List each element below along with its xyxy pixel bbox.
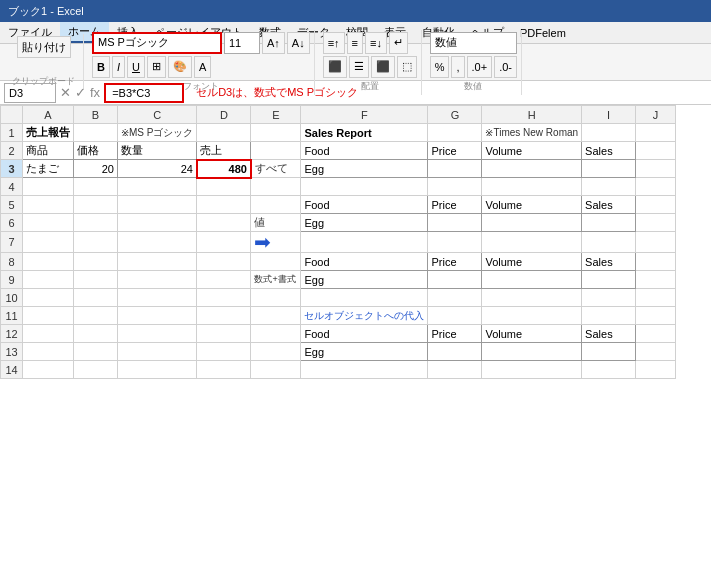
cell-h9[interactable] (482, 271, 582, 289)
cell-b11[interactable] (74, 307, 118, 325)
cell-e9[interactable]: 数式+書式 (251, 271, 301, 289)
cell-b6[interactable] (74, 214, 118, 232)
align-middle-button[interactable]: ≡ (347, 32, 363, 54)
cell-i7[interactable] (582, 232, 636, 253)
cell-d3[interactable]: 480 (197, 160, 251, 178)
cell-j8[interactable] (636, 253, 676, 271)
cell-c6[interactable] (118, 214, 197, 232)
cell-f12[interactable]: Food (301, 325, 428, 343)
cell-b8[interactable] (74, 253, 118, 271)
num-format-box[interactable]: 数値 (430, 32, 517, 54)
row-header-5[interactable]: 5 (1, 196, 23, 214)
cell-d2[interactable]: 売上 (197, 142, 251, 160)
col-header-h[interactable]: H (482, 106, 582, 124)
cell-h5[interactable]: Volume (482, 196, 582, 214)
cell-j1[interactable] (636, 124, 676, 142)
row-header-7[interactable]: 7 (1, 232, 23, 253)
merge-button[interactable]: ⬚ (397, 56, 417, 78)
cell-a8[interactable] (23, 253, 74, 271)
cell-a1[interactable]: 売上報告 (23, 124, 74, 142)
cell-j3[interactable] (636, 160, 676, 178)
row-header-10[interactable]: 10 (1, 289, 23, 307)
cell-i11[interactable] (582, 307, 636, 325)
cell-j12[interactable] (636, 325, 676, 343)
insert-function-icon[interactable]: fx (90, 85, 100, 100)
cell-i9[interactable] (582, 271, 636, 289)
cell-g11[interactable] (428, 307, 482, 325)
cell-f1[interactable]: Sales Report (301, 124, 428, 142)
decimal-increase-button[interactable]: .0+ (467, 56, 493, 78)
cell-b10[interactable] (74, 289, 118, 307)
cell-h7[interactable] (482, 232, 582, 253)
cell-f2[interactable]: Food (301, 142, 428, 160)
cell-c14[interactable] (118, 361, 197, 379)
cell-i13[interactable] (582, 343, 636, 361)
cell-d6[interactable] (197, 214, 251, 232)
cell-b12[interactable] (74, 325, 118, 343)
cell-h13[interactable] (482, 343, 582, 361)
cell-g6[interactable] (428, 214, 482, 232)
cell-d11[interactable] (197, 307, 251, 325)
col-header-d[interactable]: D (197, 106, 251, 124)
cell-b9[interactable] (74, 271, 118, 289)
underline-button[interactable]: U (127, 56, 145, 78)
cell-c3[interactable]: 24 (118, 160, 197, 178)
cell-e8[interactable] (251, 253, 301, 271)
fill-color-button[interactable]: 🎨 (168, 56, 192, 78)
font-shrink-button[interactable]: A↓ (287, 32, 310, 54)
wrap-text-button[interactable]: ↵ (389, 32, 408, 54)
cell-c12[interactable] (118, 325, 197, 343)
cell-d5[interactable] (197, 196, 251, 214)
cell-e6[interactable]: 値 (251, 214, 301, 232)
row-header-6[interactable]: 6 (1, 214, 23, 232)
cell-a12[interactable] (23, 325, 74, 343)
cell-e2[interactable] (251, 142, 301, 160)
comma-button[interactable]: , (451, 56, 464, 78)
cell-a4[interactable] (23, 178, 74, 196)
cell-g14[interactable] (428, 361, 482, 379)
cell-h12[interactable]: Volume (482, 325, 582, 343)
cell-h8[interactable]: Volume (482, 253, 582, 271)
cell-d7[interactable] (197, 232, 251, 253)
cell-g7[interactable] (428, 232, 482, 253)
cell-f4[interactable] (301, 178, 428, 196)
cell-e13[interactable] (251, 343, 301, 361)
decimal-decrease-button[interactable]: .0- (494, 56, 517, 78)
cell-d4[interactable] (197, 178, 251, 196)
col-header-a[interactable]: A (23, 106, 74, 124)
row-header-11[interactable]: 11 (1, 307, 23, 325)
col-header-e[interactable]: E (251, 106, 301, 124)
cell-c7[interactable] (118, 232, 197, 253)
cell-c4[interactable] (118, 178, 197, 196)
cell-b1[interactable] (74, 124, 118, 142)
cell-d1[interactable] (197, 124, 251, 142)
cell-i10[interactable] (582, 289, 636, 307)
cell-c2[interactable]: 数量 (118, 142, 197, 160)
cell-reference-box[interactable]: D3 (4, 83, 56, 103)
cell-a9[interactable] (23, 271, 74, 289)
cell-i8[interactable]: Sales (582, 253, 636, 271)
percent-button[interactable]: % (430, 56, 450, 78)
col-header-j[interactable]: J (636, 106, 676, 124)
cell-b14[interactable] (74, 361, 118, 379)
cell-a14[interactable] (23, 361, 74, 379)
cell-i2[interactable]: Sales (582, 142, 636, 160)
cell-g5[interactable]: Price (428, 196, 482, 214)
cell-j9[interactable] (636, 271, 676, 289)
cell-a6[interactable] (23, 214, 74, 232)
col-header-b[interactable]: B (74, 106, 118, 124)
cell-h14[interactable] (482, 361, 582, 379)
col-header-i[interactable]: I (582, 106, 636, 124)
align-bottom-button[interactable]: ≡↓ (365, 32, 387, 54)
cell-j7[interactable] (636, 232, 676, 253)
cell-f10[interactable] (301, 289, 428, 307)
cell-f5[interactable]: Food (301, 196, 428, 214)
cell-f13[interactable]: Egg (301, 343, 428, 361)
cell-c10[interactable] (118, 289, 197, 307)
row-header-8[interactable]: 8 (1, 253, 23, 271)
cell-b4[interactable] (74, 178, 118, 196)
cell-a10[interactable] (23, 289, 74, 307)
cell-j2[interactable] (636, 142, 676, 160)
cell-j11[interactable] (636, 307, 676, 325)
align-right-button[interactable]: ⬛ (371, 56, 395, 78)
